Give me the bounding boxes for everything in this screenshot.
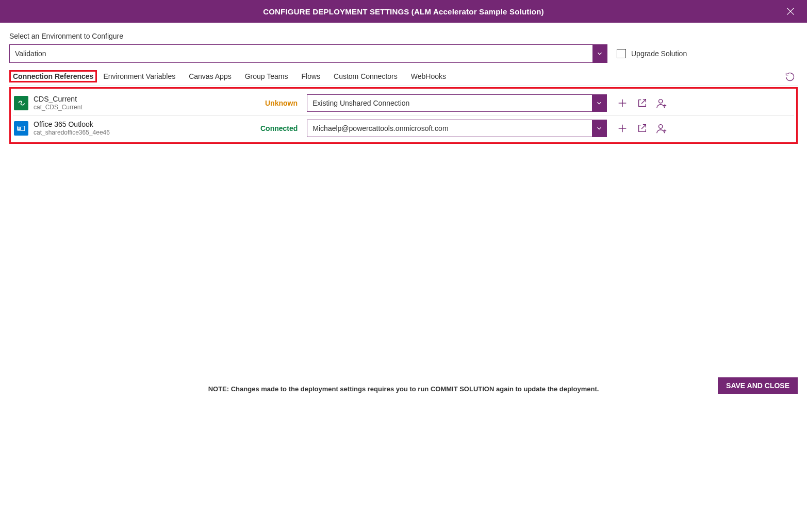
upgrade-solution-label: Upgrade Solution <box>631 49 687 58</box>
connection-schema: cat_CDS_Current <box>34 104 260 111</box>
tab-environment-variables[interactable]: Environment Variables <box>100 70 178 82</box>
open-connection-button[interactable] <box>636 122 648 135</box>
open-connection-button[interactable] <box>636 97 648 109</box>
outlook-icon: O <box>14 121 28 136</box>
upgrade-solution-checkbox[interactable] <box>617 49 626 58</box>
plus-icon <box>617 97 628 109</box>
footer-note: NOTE: Changes made to the deployment set… <box>208 385 599 393</box>
connection-name: CDS_Current <box>34 95 260 104</box>
svg-line-4 <box>641 99 646 104</box>
dialog-title: CONFIGURE DEPLOYMENT SETTINGS (ALM Accel… <box>263 7 544 16</box>
environment-select[interactable]: Validation <box>9 44 607 63</box>
tab-flows[interactable]: Flows <box>298 70 323 82</box>
add-connection-button[interactable] <box>616 122 629 135</box>
refresh-icon <box>785 72 795 82</box>
connection-status: Connected <box>260 124 307 132</box>
tab-custom-connectors[interactable]: Custom Connectors <box>331 70 401 82</box>
environment-select-value: Validation <box>10 45 592 62</box>
plus-icon <box>617 123 628 134</box>
close-icon <box>785 6 796 16</box>
save-and-close-button[interactable]: SAVE AND CLOSE <box>718 377 798 394</box>
environment-label: Select an Environment to Configure <box>9 32 798 40</box>
add-user-button[interactable] <box>655 97 668 109</box>
chevron-down-icon <box>596 50 603 57</box>
add-user-button[interactable] <box>655 122 668 135</box>
connection-select-caret[interactable] <box>592 120 606 137</box>
tab-connection-references[interactable]: Connection References <box>9 70 97 82</box>
tab-canvas-apps[interactable]: Canvas Apps <box>186 70 235 82</box>
connection-select-caret[interactable] <box>592 95 606 111</box>
dialog-header: CONFIGURE DEPLOYMENT SETTINGS (ALM Accel… <box>0 0 807 23</box>
connection-row: O Office 365 Outlook cat_sharedoffice365… <box>13 115 794 140</box>
chevron-down-icon <box>596 99 603 107</box>
connection-select[interactable]: Existing Unshared Connection <box>307 94 607 112</box>
person-add-icon <box>656 97 667 109</box>
dataverse-icon <box>14 96 28 110</box>
refresh-button[interactable] <box>782 69 798 85</box>
connection-select-value: Michaelp@powercattools.onmicrosoft.com <box>307 120 592 137</box>
environment-select-caret[interactable] <box>592 45 607 62</box>
svg-text:O: O <box>18 126 20 129</box>
connection-row: CDS_Current cat_CDS_Current Unknown Exis… <box>13 91 794 115</box>
open-external-icon <box>636 123 648 134</box>
chevron-down-icon <box>596 125 603 132</box>
svg-line-13 <box>641 124 646 128</box>
connection-status: Unknown <box>260 99 307 107</box>
connection-list: CDS_Current cat_CDS_Current Unknown Exis… <box>9 87 798 144</box>
svg-point-14 <box>659 124 663 128</box>
svg-point-5 <box>659 99 663 103</box>
close-button[interactable] <box>779 0 802 23</box>
tab-webhooks[interactable]: WebHooks <box>408 70 449 82</box>
connection-select-value: Existing Unshared Connection <box>307 95 592 111</box>
connection-select[interactable]: Michaelp@powercattools.onmicrosoft.com <box>307 120 607 137</box>
add-connection-button[interactable] <box>616 97 629 109</box>
tab-group-teams[interactable]: Group Teams <box>242 70 291 82</box>
person-add-icon <box>656 123 667 134</box>
connection-name: Office 365 Outlook <box>34 120 260 129</box>
open-external-icon <box>636 97 648 109</box>
connection-schema: cat_sharedoffice365_4ee46 <box>34 129 260 136</box>
tabs: Connection References Environment Variab… <box>9 70 798 86</box>
